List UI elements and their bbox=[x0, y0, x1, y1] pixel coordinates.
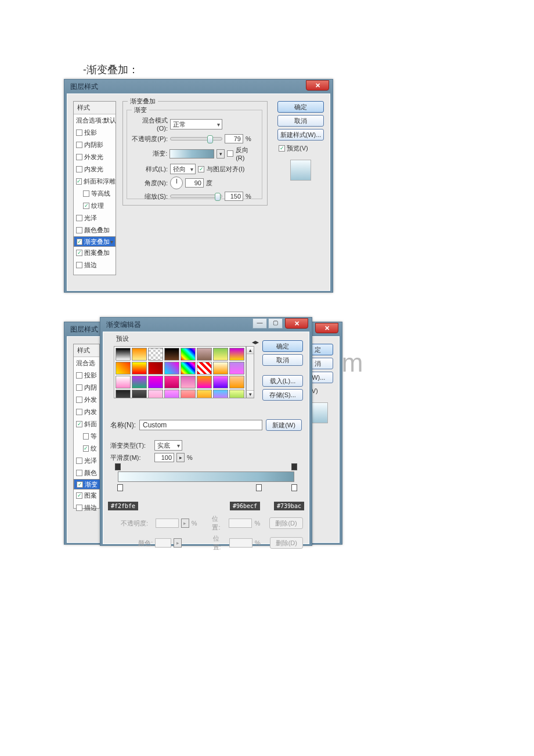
scale-value[interactable]: 150 bbox=[225, 192, 243, 201]
style-item-checkbox[interactable] bbox=[77, 481, 83, 488]
style-item[interactable]: 颜色叠加 bbox=[74, 224, 116, 236]
preview-checkbox[interactable] bbox=[279, 145, 285, 152]
style-item-checkbox[interactable] bbox=[76, 421, 82, 427]
style-item-checkbox[interactable] bbox=[76, 142, 82, 148]
style-item-checkbox[interactable] bbox=[76, 384, 82, 391]
preset-swatch[interactable] bbox=[181, 390, 196, 398]
preset-swatch[interactable] bbox=[148, 348, 163, 361]
style-item[interactable]: 投影 bbox=[74, 127, 116, 139]
style-item-checkbox[interactable] bbox=[76, 227, 82, 233]
preset-swatch[interactable] bbox=[213, 376, 228, 388]
opacity-value[interactable]: 79 bbox=[225, 134, 243, 143]
style-item-checkbox[interactable] bbox=[77, 239, 82, 245]
style-item[interactable]: 描边 bbox=[74, 502, 99, 514]
preset-swatch[interactable] bbox=[164, 362, 179, 375]
preset-swatch[interactable] bbox=[116, 390, 131, 398]
style-item[interactable]: 混合选 bbox=[74, 357, 99, 369]
style-item-checkbox[interactable] bbox=[76, 458, 82, 464]
titlebar[interactable]: 图层样式 ✕ bbox=[64, 80, 333, 93]
maximize-button[interactable]: ▢ bbox=[268, 318, 283, 329]
titlebar[interactable]: 渐变编辑器 — ▢ ✕ bbox=[100, 318, 312, 332]
cancel-button[interactable]: 取消 bbox=[277, 115, 324, 127]
save-button[interactable]: 存储(S)... bbox=[262, 389, 303, 401]
style-item[interactable]: 投影 bbox=[74, 369, 99, 381]
style-item[interactable]: 纹理 bbox=[74, 200, 116, 212]
style-item-checkbox[interactable] bbox=[76, 250, 82, 256]
blend-mode-select[interactable]: 正常 bbox=[170, 119, 222, 129]
opacity-stop-right[interactable] bbox=[291, 463, 297, 470]
preset-swatch[interactable] bbox=[164, 376, 179, 388]
preset-grid[interactable] bbox=[114, 346, 246, 398]
style-item[interactable]: 等 bbox=[74, 430, 99, 442]
preset-swatch[interactable] bbox=[148, 362, 163, 375]
style-item-checkbox[interactable] bbox=[76, 505, 82, 511]
gradient-type-select[interactable]: 实底 bbox=[154, 440, 182, 451]
style-item[interactable]: 图案叠加 bbox=[74, 247, 116, 259]
angle-dial[interactable] bbox=[170, 177, 183, 189]
style-item-checkbox[interactable] bbox=[83, 203, 89, 209]
preset-swatch[interactable] bbox=[116, 376, 131, 388]
preset-swatch[interactable] bbox=[181, 362, 196, 375]
preset-swatch[interactable] bbox=[132, 390, 147, 398]
close-button[interactable]: ✕ bbox=[306, 80, 329, 91]
close-button[interactable]: ✕ bbox=[285, 318, 308, 329]
preset-swatch[interactable] bbox=[229, 376, 244, 388]
style-item[interactable]: 内阴 bbox=[74, 381, 99, 394]
angle-value[interactable]: 90 bbox=[185, 178, 204, 188]
preset-swatch[interactable] bbox=[148, 376, 163, 388]
style-item[interactable]: 混合选项:默认 bbox=[74, 114, 116, 127]
color-stop-2[interactable] bbox=[256, 484, 262, 491]
style-item-checkbox[interactable] bbox=[76, 178, 82, 185]
scale-slider[interactable] bbox=[170, 195, 222, 198]
color-stop-3[interactable] bbox=[291, 484, 297, 491]
scroll-up-icon[interactable]: ▴ bbox=[247, 347, 254, 354]
gradient-dropdown-icon[interactable]: ▾ bbox=[217, 149, 225, 159]
preset-swatch[interactable] bbox=[116, 362, 131, 375]
opacity-stop-left[interactable] bbox=[115, 463, 121, 470]
preset-swatch[interactable] bbox=[197, 348, 212, 361]
preset-swatch[interactable] bbox=[164, 390, 179, 398]
ok-button[interactable]: 确定 bbox=[277, 101, 324, 113]
align-checkbox[interactable] bbox=[198, 166, 204, 172]
preset-swatch[interactable] bbox=[213, 348, 228, 361]
name-input[interactable]: Custom bbox=[139, 420, 262, 430]
style-item-checkbox[interactable] bbox=[76, 397, 82, 403]
style-item[interactable]: 内阴影 bbox=[74, 139, 116, 151]
ok-button[interactable]: 确定 bbox=[262, 340, 303, 352]
minimize-button[interactable]: — bbox=[252, 318, 267, 329]
preset-swatch[interactable] bbox=[132, 348, 147, 361]
preview-row[interactable]: 预览(V) bbox=[277, 143, 324, 154]
preset-swatch[interactable] bbox=[181, 348, 196, 361]
smoothness-menu-icon[interactable]: ▸ bbox=[176, 453, 185, 462]
preset-swatch[interactable] bbox=[229, 348, 244, 361]
style-item-checkbox[interactable] bbox=[76, 215, 82, 221]
preset-swatch[interactable] bbox=[148, 390, 163, 398]
preset-swatch[interactable] bbox=[132, 362, 147, 375]
gradient-bar[interactable] bbox=[118, 471, 294, 482]
load-button[interactable]: 载入(L)... bbox=[262, 375, 303, 387]
preset-swatch[interactable] bbox=[229, 390, 244, 398]
style-item-checkbox[interactable] bbox=[76, 372, 82, 379]
new-style-button[interactable]: 新建样式(W)... bbox=[277, 129, 324, 141]
color-stop-1[interactable] bbox=[117, 484, 123, 491]
style-item-checkbox[interactable] bbox=[76, 129, 82, 136]
preset-swatch[interactable] bbox=[213, 390, 228, 398]
preset-swatch[interactable] bbox=[164, 348, 179, 361]
preset-swatch[interactable] bbox=[213, 362, 228, 375]
reverse-checkbox[interactable] bbox=[227, 150, 233, 157]
preset-swatch[interactable] bbox=[132, 376, 147, 388]
preset-swatch[interactable] bbox=[197, 390, 212, 398]
style-item[interactable]: 纹 bbox=[74, 442, 99, 455]
style-item-checkbox[interactable] bbox=[76, 166, 82, 172]
style-item-checkbox[interactable] bbox=[76, 409, 82, 415]
style-item[interactable]: 光泽 bbox=[74, 212, 116, 224]
scroll-down-icon[interactable]: ▾ bbox=[247, 390, 254, 398]
style-item[interactable]: 颜色 bbox=[74, 467, 99, 479]
style-item-checkbox[interactable] bbox=[76, 262, 82, 268]
style-item-checkbox[interactable] bbox=[76, 154, 82, 160]
style-item[interactable]: 渐变叠加 bbox=[74, 236, 116, 247]
preset-swatch[interactable] bbox=[197, 376, 212, 388]
gradient-strip[interactable] bbox=[109, 463, 303, 490]
style-item-checkbox[interactable] bbox=[83, 190, 89, 197]
style-item[interactable]: 图案 bbox=[74, 489, 99, 502]
